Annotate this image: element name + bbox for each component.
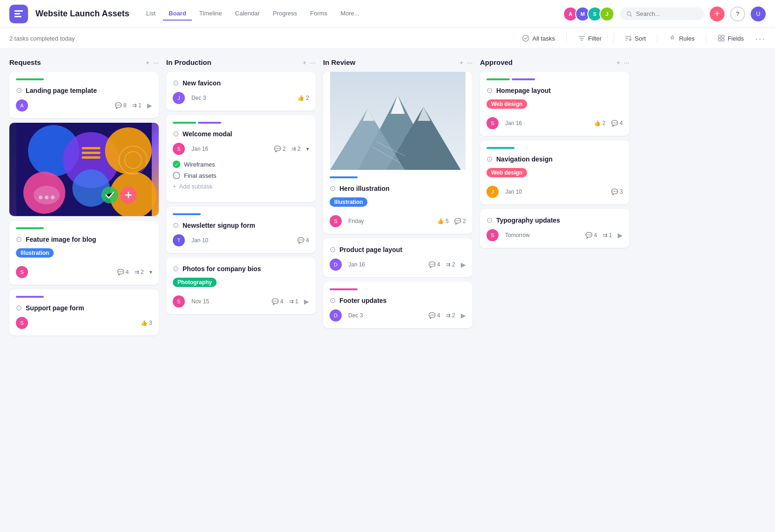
column-more-production[interactable]: ··· xyxy=(310,59,316,66)
card-design-image[interactable] xyxy=(9,123,159,216)
card-footer: J Jan 10 💬 3 xyxy=(486,186,623,198)
rules-label: Rules xyxy=(679,35,694,42)
check-icon: ⊙ xyxy=(486,154,493,163)
sep1 xyxy=(566,34,567,43)
filter-btn[interactable]: Filter xyxy=(574,33,606,44)
column-in-review: In Review + ··· xyxy=(323,58,472,333)
column-add-review[interactable]: + xyxy=(459,59,463,66)
all-tasks-btn[interactable]: All tasks xyxy=(518,33,558,44)
card-support-form[interactable]: ⊙ Support page form S 👍 3 xyxy=(9,289,159,336)
header-right: A M S J + ? U xyxy=(563,7,766,21)
card-tag: Illustration xyxy=(330,197,367,207)
subtask-label: Wireframes xyxy=(184,161,215,168)
more-options-btn[interactable]: ··· xyxy=(755,33,766,44)
card-homepage-layout[interactable]: ⊙ Homepage layout Web design S Jan 16 👍 … xyxy=(480,72,629,136)
card-product-layout[interactable]: ⊙ Product page layout D Jan 16 💬 4 ⇉ 2 ▶ xyxy=(323,238,472,277)
card-new-favicon[interactable]: ⊙ New favicon J Dec 3 👍 2 xyxy=(166,72,316,111)
tab-more[interactable]: More... xyxy=(335,7,365,21)
column-add-requests[interactable]: + xyxy=(146,59,149,66)
card-date: Nov 15 xyxy=(191,298,209,305)
card-date: Tomorrow xyxy=(505,232,530,238)
comment-count: 💬 4 xyxy=(611,120,623,126)
add-button[interactable]: + xyxy=(710,7,725,21)
tab-timeline[interactable]: Timeline xyxy=(194,7,228,21)
card-typography-updates[interactable]: ⊙ Typography updates S Tomorrow 💬 4 ⇉ 1 … xyxy=(480,209,629,248)
column-more-review[interactable]: ··· xyxy=(467,59,472,66)
card-welcome-modal[interactable]: ⊙ Welcome modal S Jan 16 💬 2 ⇉ 2 ▾ ✓ Wir… xyxy=(166,115,316,202)
column-add-approved[interactable]: + xyxy=(616,59,620,66)
sort-btn[interactable]: Sort xyxy=(621,33,650,44)
card-avatar: J xyxy=(173,92,185,104)
card-bar xyxy=(16,227,44,229)
card-feature-image[interactable]: ⊙ Feature image for blog Illustration S … xyxy=(9,221,159,285)
tab-list[interactable]: List xyxy=(141,7,161,21)
column-more-approved[interactable]: ··· xyxy=(624,59,629,66)
card-meta: 💬 4 ⇉ 2 ▶ xyxy=(429,261,466,268)
all-tasks-icon xyxy=(522,35,529,42)
card-title: Photos for company bios xyxy=(183,265,261,273)
team-avatars: A M S J xyxy=(563,7,614,21)
card-title: Typography updates xyxy=(496,217,560,224)
sep4 xyxy=(706,34,706,43)
subtask-label: Final assets xyxy=(184,172,216,179)
add-subtask-btn[interactable]: + Add subtask xyxy=(173,181,309,192)
card-title-row: ⊙ New favicon xyxy=(173,78,309,87)
card-footer-updates[interactable]: ⊙ Footer updates D Dec 3 💬 4 ⇉ 2 ▶ xyxy=(323,282,472,328)
tab-calendar[interactable]: Calendar xyxy=(230,7,266,21)
card-footer: S Friday 👍 5 💬 2 xyxy=(330,215,466,227)
card-tag: Photography xyxy=(173,278,217,287)
column-title-requests: Requests xyxy=(9,58,142,66)
card-meta: 👍 2 xyxy=(297,95,309,101)
expand-btn[interactable]: ▶ xyxy=(461,261,466,268)
search-box[interactable] xyxy=(620,7,704,20)
comment-count: 💬 2 xyxy=(274,146,286,152)
column-header-approved: Approved + ··· xyxy=(480,58,629,66)
card-date: Jan 16 xyxy=(348,261,365,268)
dropdown-btn[interactable]: ▾ xyxy=(306,146,309,152)
help-button[interactable]: ? xyxy=(730,7,745,21)
card-landing-page[interactable]: ⊙ Landing page template A 💬 8 ⇉ 1 ▶ xyxy=(9,72,159,118)
like-count: 👍 3 xyxy=(141,320,152,326)
card-avatar: T xyxy=(173,234,185,246)
card-title: Landing page template xyxy=(26,87,97,94)
card-title: Navigation design xyxy=(496,155,553,163)
expand-btn[interactable]: ▶ xyxy=(304,298,309,305)
dropdown-btn[interactable]: ▾ xyxy=(149,269,152,275)
comment-count: 💬 4 xyxy=(429,261,440,268)
card-navigation-design[interactable]: ⊙ Navigation design Web design J Jan 10 … xyxy=(480,140,629,204)
check-icon: ⊙ xyxy=(173,129,179,138)
card-date: Jan 10 xyxy=(505,189,522,195)
mountain-image xyxy=(323,72,472,170)
check-icon: ⊙ xyxy=(486,86,493,95)
card-footer: S 💬 4 ⇉ 2 ▾ xyxy=(16,266,152,278)
comment-count: 💬 4 xyxy=(272,298,283,305)
like-count: 👍 2 xyxy=(297,95,309,101)
card-hero-illustration[interactable]: ⊙ Hero illustration Illustration S Frida… xyxy=(323,72,472,234)
expand-btn[interactable]: ▶ xyxy=(461,312,466,319)
tab-board[interactable]: Board xyxy=(163,7,192,21)
card-bar-group xyxy=(173,122,309,124)
user-avatar[interactable]: U xyxy=(751,7,766,21)
expand-btn[interactable]: ▶ xyxy=(147,102,152,109)
svg-rect-8 xyxy=(722,39,724,41)
card-title-row: ⊙ Footer updates xyxy=(330,296,466,305)
card-footer: S Jan 16 💬 2 ⇉ 2 ▾ xyxy=(173,143,309,155)
card-newsletter[interactable]: ⊙ Newsletter signup form T Jan 10 💬 4 xyxy=(166,207,316,253)
search-input[interactable] xyxy=(636,10,698,17)
card-footer: S Nov 15 💬 4 ⇉ 1 ▶ xyxy=(173,295,309,308)
tab-progress[interactable]: Progress xyxy=(267,7,303,21)
rules-btn[interactable]: Rules xyxy=(665,33,698,44)
tab-forms[interactable]: Forms xyxy=(304,7,333,21)
check-icon: ⊙ xyxy=(330,184,336,193)
column-add-production[interactable]: + xyxy=(303,59,306,66)
like-count: 👍 5 xyxy=(437,218,449,224)
card-title: Hero illustration xyxy=(339,185,389,192)
subtask-count: ⇉ 2 xyxy=(134,269,144,275)
card-avatar: S xyxy=(486,229,499,241)
expand-btn[interactable]: ▶ xyxy=(618,231,623,239)
column-title-review: In Review xyxy=(323,58,456,66)
search-icon xyxy=(627,11,632,17)
fields-btn[interactable]: Fields xyxy=(714,33,748,44)
card-company-photos[interactable]: ⊙ Photos for company bios Photography S … xyxy=(166,258,316,314)
column-more-requests[interactable]: ··· xyxy=(153,59,159,66)
